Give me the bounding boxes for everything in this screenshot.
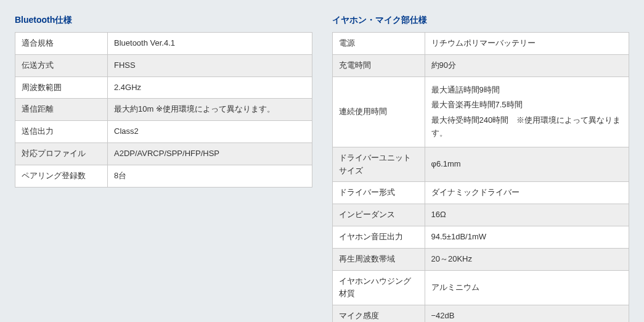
table-row: 再生周波数帯域 20～20KHz (332, 248, 629, 270)
spec-value: φ6.1mm (425, 147, 629, 182)
table-row: インピーダンス 16Ω (332, 204, 629, 226)
spec-label: 連続使用時間 (332, 76, 425, 147)
table-row: 伝送方式 FHSS (15, 54, 312, 76)
spec-label: 充電時間 (332, 54, 425, 76)
right-column: イヤホン・マイク部仕様 電源 リチウムポリマーバッテリー 充電時間 約90分 連… (332, 15, 630, 322)
spec-value: A2DP/AVRCP/SPP/HFP/HSP (108, 142, 312, 165)
spec-label: インピーダンス (332, 204, 425, 226)
spec-label: 伝送方式 (15, 54, 108, 76)
table-row: ペアリング登録数 8台 (15, 165, 312, 187)
earphone-mic-spec-table: 電源 リチウムポリマーバッテリー 充電時間 約90分 連続使用時間 最大通話時間… (332, 32, 630, 322)
left-column: Bluetooth仕様 適合規格 Bluetooth Ver.4.1 伝送方式 … (15, 15, 312, 188)
spec-value-line: 最大音楽再生時間7.5時間 (431, 99, 623, 112)
spec-value: 16Ω (425, 204, 629, 226)
spec-label: 再生周波数帯域 (332, 248, 425, 270)
spec-label: 周波数範囲 (15, 76, 108, 99)
spec-value: Bluetooth Ver.4.1 (108, 33, 312, 55)
table-row: マイク感度 −42dB (332, 305, 629, 322)
spec-value: 8台 (108, 165, 312, 187)
table-row: ドライバーユニットサイズ φ6.1mm (332, 147, 629, 182)
spec-value: ダイナミックドライバー (425, 182, 629, 204)
spec-value: FHSS (108, 54, 312, 76)
spec-value: Class2 (108, 121, 312, 143)
spec-value: 最大約10m ※使用環境によって異なります。 (108, 99, 312, 121)
table-row: 対応プロファイル A2DP/AVRCP/SPP/HFP/HSP (15, 142, 312, 165)
spec-label: 送信出力 (15, 121, 108, 143)
spec-value: 約90分 (425, 54, 629, 76)
spec-value: 94.5±1dB/1mW (425, 226, 629, 248)
left-section-title: Bluetooth仕様 (15, 15, 312, 27)
spec-value: 最大通話時間9時間 最大音楽再生時間7.5時間 最大待受時間240時間 ※使用環… (425, 76, 629, 147)
table-row: 通信距離 最大約10m ※使用環境によって異なります。 (15, 99, 312, 121)
spec-label: イヤホンハウジング材質 (332, 270, 425, 305)
table-row: 連続使用時間 最大通話時間9時間 最大音楽再生時間7.5時間 最大待受時間240… (332, 76, 629, 147)
spec-label: 電源 (332, 33, 425, 55)
spec-label: ペアリング登録数 (15, 165, 108, 187)
spec-label: マイク感度 (332, 305, 425, 322)
table-row: 適合規格 Bluetooth Ver.4.1 (15, 33, 312, 55)
bluetooth-spec-table: 適合規格 Bluetooth Ver.4.1 伝送方式 FHSS 周波数範囲 2… (15, 32, 312, 188)
table-row: 周波数範囲 2.4GHz (15, 76, 312, 99)
spec-value: 2.4GHz (108, 76, 312, 99)
spec-value: アルミニウム (425, 270, 629, 305)
table-row: 充電時間 約90分 (332, 54, 629, 76)
spec-value-line: 最大通話時間9時間 (431, 84, 623, 97)
spec-columns: Bluetooth仕様 適合規格 Bluetooth Ver.4.1 伝送方式 … (15, 15, 629, 322)
spec-value: −42dB (425, 305, 629, 322)
spec-value: リチウムポリマーバッテリー (425, 33, 629, 55)
right-section-title: イヤホン・マイク部仕様 (332, 15, 630, 27)
table-row: 電源 リチウムポリマーバッテリー (332, 33, 629, 55)
table-row: 送信出力 Class2 (15, 121, 312, 143)
spec-label: 通信距離 (15, 99, 108, 121)
spec-label: イヤホン音圧出力 (332, 226, 425, 248)
spec-label: 対応プロファイル (15, 142, 108, 165)
table-row: ドライバー形式 ダイナミックドライバー (332, 182, 629, 204)
spec-value: 20～20KHz (425, 248, 629, 270)
spec-value-line: 最大待受時間240時間 ※使用環境によって異なります。 (431, 114, 623, 140)
spec-label: 適合規格 (15, 33, 108, 55)
table-row: イヤホンハウジング材質 アルミニウム (332, 270, 629, 305)
spec-label: ドライバー形式 (332, 182, 425, 204)
table-row: イヤホン音圧出力 94.5±1dB/1mW (332, 226, 629, 248)
spec-label: ドライバーユニットサイズ (332, 147, 425, 182)
